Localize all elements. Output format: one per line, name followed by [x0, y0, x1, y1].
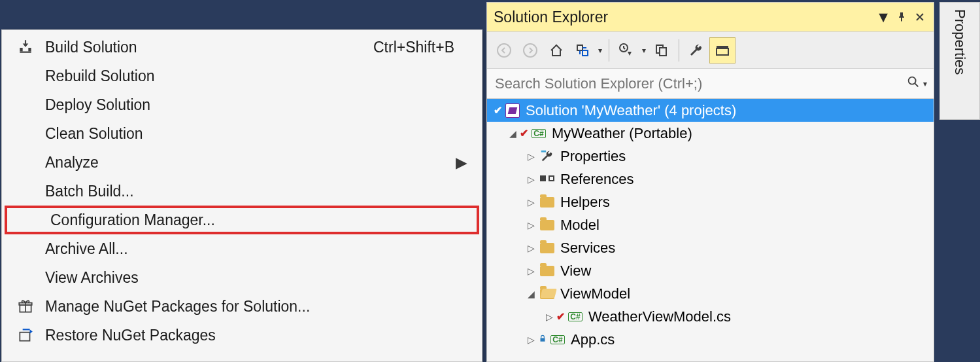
collapse-icon[interactable]: ◢: [505, 128, 520, 139]
tree-node-folder[interactable]: ▷ Helpers: [487, 190, 934, 213]
menu-item-rebuild-solution[interactable]: Rebuild Solution: [2, 62, 482, 90]
search-dropdown-icon[interactable]: ▾: [923, 79, 927, 88]
solution-icon: [503, 103, 522, 118]
csharp-file-icon: C#: [549, 333, 567, 347]
check-icon: ✔: [556, 310, 565, 323]
expand-icon[interactable]: ▷: [524, 174, 538, 185]
properties-icon: [538, 149, 556, 164]
window-position-dropdown-icon[interactable]: ▼: [876, 10, 890, 24]
solution-explorer-search[interactable]: ▾: [487, 69, 934, 99]
expand-icon[interactable]: ▷: [524, 243, 538, 253]
tree-label: ViewModel: [560, 285, 630, 302]
svg-rect-15: [541, 338, 545, 341]
menu-item-manage-nuget[interactable]: Manage NuGet Packages for Solution...: [2, 292, 482, 321]
menu-item-view-archives[interactable]: View Archives: [2, 263, 482, 292]
tree-label: Services: [560, 240, 615, 257]
menu-item-deploy-solution[interactable]: Deploy Solution: [2, 90, 482, 119]
expand-icon[interactable]: ▷: [524, 266, 538, 276]
expand-icon[interactable]: ▷: [524, 335, 538, 345]
properties-button[interactable]: [683, 37, 709, 63]
check-icon: ✔: [494, 104, 502, 117]
tree-node-folder[interactable]: ▷ Services: [487, 236, 934, 259]
tree-node-folder[interactable]: ▷ Model: [487, 213, 934, 236]
forward-button[interactable]: [517, 37, 543, 63]
menu-label: Configuration Manager...: [46, 211, 449, 229]
folder-icon: [538, 241, 556, 255]
svg-rect-14: [541, 150, 546, 152]
close-icon[interactable]: [913, 10, 927, 24]
gift-icon: [10, 298, 41, 315]
tree-label: Solution 'MyWeather' (4 projects): [526, 102, 736, 119]
tree-label: WeatherViewModel.cs: [588, 308, 731, 325]
svg-point-13: [909, 77, 916, 84]
menu-item-restore-nuget[interactable]: Restore NuGet Packages: [2, 321, 482, 350]
menu-item-batch-build[interactable]: Batch Build...: [2, 177, 482, 206]
pending-changes-filter-button[interactable]: [613, 37, 639, 63]
menu-label: View Archives: [41, 269, 454, 287]
tree-solution-node[interactable]: ✔ Solution 'MyWeather' (4 projects): [487, 99, 934, 122]
sync-active-button[interactable]: [569, 37, 596, 63]
show-all-files-button[interactable]: [649, 37, 675, 63]
svg-rect-12: [717, 48, 728, 55]
search-icon[interactable]: [906, 75, 921, 93]
svg-rect-6: [577, 45, 583, 50]
tree-label: View: [560, 262, 591, 280]
tree-node-file[interactable]: ▷ ✔ C# WeatherViewModel.cs: [487, 305, 934, 328]
menu-item-archive-all[interactable]: Archive All...: [2, 234, 482, 263]
folder-icon: [538, 195, 556, 209]
tree-node-references[interactable]: ▷ References: [487, 168, 934, 190]
pin-icon[interactable]: [894, 10, 909, 24]
svg-point-5: [524, 44, 537, 57]
expand-icon[interactable]: ▷: [542, 312, 556, 322]
properties-tab-label: Properties: [951, 9, 968, 75]
build-context-menu: Build Solution Ctrl+Shift+B Rebuild Solu…: [1, 29, 482, 362]
tree-label: Helpers: [560, 194, 610, 211]
menu-label: Manage NuGet Packages for Solution...: [41, 298, 454, 316]
solution-explorer-toolbar: ▾ ▾: [487, 31, 934, 69]
svg-rect-7: [583, 50, 588, 56]
menu-item-clean-solution[interactable]: Clean Solution: [2, 119, 482, 148]
tree-node-properties[interactable]: ▷ Properties: [487, 145, 934, 168]
svg-point-4: [498, 44, 511, 57]
build-icon: [10, 39, 41, 56]
menu-item-analyze[interactable]: Analyze ▶: [2, 148, 482, 177]
check-icon: ✔: [520, 127, 528, 139]
menu-shortcut: Ctrl+Shift+B: [373, 39, 454, 56]
tree-label: Properties: [560, 148, 626, 165]
folder-icon: [538, 264, 556, 278]
menu-label: Rebuild Solution: [41, 67, 454, 85]
menu-item-configuration-manager[interactable]: Configuration Manager...: [5, 206, 479, 234]
expand-icon[interactable]: ▷: [524, 197, 538, 208]
collapse-icon[interactable]: ◢: [524, 289, 538, 299]
menu-label: Deploy Solution: [41, 96, 454, 114]
toolbar-separator: [679, 39, 679, 62]
csharp-file-icon: C#: [566, 310, 584, 324]
menu-label: Restore NuGet Packages: [41, 327, 454, 344]
tree-label: MyWeather (Portable): [552, 125, 692, 142]
tree-node-folder-open[interactable]: ◢ ViewModel: [487, 282, 934, 305]
menu-label: Clean Solution: [41, 125, 454, 143]
back-button[interactable]: [491, 37, 517, 63]
menu-label: Build Solution: [41, 39, 373, 56]
panel-title: Solution Explorer: [494, 9, 872, 26]
solution-explorer-panel: Solution Explorer ▼ ▾ ▾: [486, 2, 934, 362]
properties-tab[interactable]: Properties: [939, 2, 980, 120]
expand-icon[interactable]: ▷: [524, 151, 538, 162]
toolbar-dropdown-icon[interactable]: ▾: [596, 46, 605, 55]
search-input[interactable]: [494, 75, 906, 93]
submenu-arrow-icon: ▶: [454, 154, 467, 172]
lock-icon: [538, 334, 547, 345]
restore-icon: [10, 327, 41, 344]
tree-node-file[interactable]: ▷ C# App.cs: [487, 328, 934, 351]
menu-label: Analyze: [41, 154, 454, 172]
home-button[interactable]: [543, 37, 569, 63]
preview-selected-button[interactable]: [709, 37, 735, 63]
tree-project-node[interactable]: ◢ ✔ C# MyWeather (Portable): [487, 122, 934, 145]
toolbar-dropdown-icon[interactable]: ▾: [639, 46, 649, 55]
expand-icon[interactable]: ▷: [524, 220, 538, 230]
folder-open-icon: [538, 287, 556, 301]
tree-node-folder[interactable]: ▷ View: [487, 259, 934, 282]
toolbar-separator: [609, 39, 609, 62]
solution-explorer-titlebar: Solution Explorer ▼: [487, 3, 934, 31]
menu-item-build-solution[interactable]: Build Solution Ctrl+Shift+B: [2, 33, 482, 62]
